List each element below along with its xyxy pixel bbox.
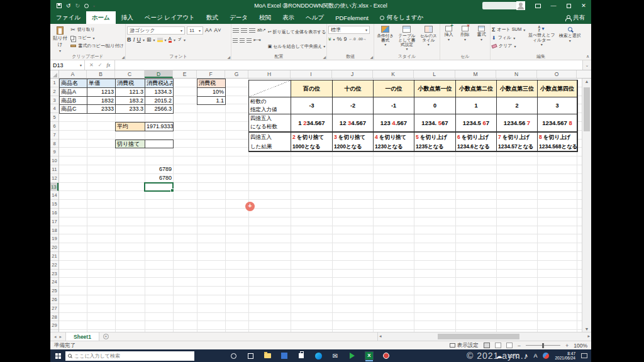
fill-color-icon[interactable] [157,38,163,42]
insert-cells-button[interactable]: 挿入▾ [441,26,456,53]
row-header-8[interactable]: 8 [50,140,58,148]
row-header-17[interactable]: 17 [50,217,58,226]
row-header-12[interactable]: 12 [50,174,58,183]
result-cell[interactable]: 7 を切り上げ1234.57となる [497,132,538,151]
row-header-24[interactable]: 24 [50,278,58,287]
row-label-input-value[interactable]: 桁数の指定入力値 [249,97,291,114]
result-cell[interactable]: 5 を切り上げ1235となる [414,132,456,151]
align-center-icon[interactable] [240,38,245,43]
digits-header-tenthousandths[interactable]: 小数点第四位 [538,80,577,97]
align-top-icon[interactable] [233,28,239,33]
cancel-formula-icon[interactable]: ✕ [89,62,94,68]
percent-style-icon[interactable]: % [336,36,341,42]
edge-icon[interactable] [314,351,323,360]
shrink-font-icon[interactable]: A˅ [214,27,221,33]
clear-button[interactable]: クリア▾ [492,42,525,50]
column-header-I[interactable]: I [291,70,332,78]
scroll-right-icon[interactable]: ▸ [587,334,590,339]
find-select-button[interactable]: 検索と選択▾ [558,26,582,53]
undo-icon[interactable]: ↺ [66,3,71,9]
screen-recorder-icon[interactable] [382,351,391,360]
column-header-K[interactable]: K [373,70,414,78]
expand-formula-bar-icon[interactable]: ⌄ [582,60,591,70]
row-header-3[interactable]: 3 [50,96,58,105]
row-header-25[interactable]: 25 [50,287,58,295]
notification-center-icon[interactable] [581,353,587,358]
underline-button[interactable]: U [137,36,142,43]
digit-cell[interactable]: 1234.5 67 [456,114,497,132]
cell-C4[interactable]: 233.3 [116,105,145,114]
cell-B4[interactable]: 2333 [87,105,116,114]
result-cell[interactable]: 8 を切り上げ1234.568となる [538,132,577,151]
zoom-level[interactable]: 100% [574,343,587,349]
page-layout-view-icon[interactable] [495,343,501,348]
account-pill[interactable] [482,2,524,9]
autosum-button[interactable]: Σオート SUM▾ [492,26,525,33]
row-header-19[interactable]: 19 [50,234,58,243]
row-header-10[interactable]: 10 [50,156,58,165]
number-format-select[interactable]: 標準▾ [328,26,370,34]
touch-mode-icon[interactable] [84,4,89,8]
row-header-1[interactable]: 1 [50,79,58,87]
color-ball-icon[interactable] [543,353,549,359]
scroll-down-icon[interactable]: ▼ [582,327,591,331]
task-view-icon[interactable] [246,351,255,360]
currency-format-icon[interactable]: ¥ [328,36,331,42]
cell-A2[interactable]: 商品A [60,88,87,97]
cell-D12[interactable]: 6780 [145,174,173,183]
photos-icon[interactable] [280,351,289,360]
close-button[interactable]: ✕ [576,0,591,11]
row-header-5[interactable]: 5 [50,113,58,122]
column-header-E[interactable]: E [173,70,197,78]
font-color-icon[interactable]: A [169,36,172,43]
row-header-15[interactable]: 15 [50,200,58,209]
borders-icon[interactable]: ⊞ [147,36,152,43]
tab-home[interactable]: ホーム [86,11,116,24]
result-cell[interactable]: 4 を切り捨て1230となる [374,132,414,151]
qat-customize-icon[interactable]: ▾ [93,4,95,8]
row-header-14[interactable]: 14 [50,191,58,200]
tab-formulas[interactable]: 数式 [201,11,224,24]
row-header-29[interactable]: 29 [50,321,58,330]
phonetic-guide-icon[interactable]: ㇷ゚ [177,36,182,43]
zoom-slider[interactable] [526,345,560,346]
font-family-select[interactable]: 游ゴシック▾ [127,26,185,35]
ribbon-display-options-icon[interactable] [535,4,541,8]
digit-cell[interactable]: 1234. 567 [414,114,456,132]
dialog-launcher-icon[interactable]: ◢ [370,55,373,59]
tab-pdfelement[interactable]: PDFelement [330,11,374,24]
digit-cell[interactable]: 12 34.567 [333,114,374,132]
media-app-icon[interactable] [348,351,357,360]
tab-data[interactable]: データ [224,11,253,24]
vertical-scroll-thumb[interactable] [584,87,590,131]
file-explorer-icon[interactable] [263,351,272,360]
cell-D6[interactable]: 1971.9333 [145,123,174,131]
column-header-C[interactable]: C [115,70,145,78]
digits-header-hundredths[interactable]: 小数点第二位 [456,80,497,97]
cell-C1[interactable]: 消費税 [116,79,145,88]
cell-F1[interactable]: 消費税 [197,79,226,88]
cell-D4[interactable]: 2566.3 [145,105,174,114]
align-right-icon[interactable] [247,38,252,43]
tab-insert[interactable]: 挿入 [116,11,139,24]
row-header-6[interactable]: 6 [50,122,58,131]
row-header-26[interactable]: 26 [50,295,58,304]
cell-A1[interactable]: 商品名 [60,79,87,88]
tab-view[interactable]: 表示 [277,11,300,24]
row-header-11[interactable]: 11 [50,165,58,174]
cell-C8[interactable]: 切り捨て [116,140,145,149]
input-value-cell[interactable]: 3 [538,97,577,114]
result-cell[interactable]: 6 を切り上げ1234.6となる [456,132,497,151]
digit-cell[interactable]: 123 4.567 [374,114,414,132]
format-as-table-button[interactable]: テーブルとして書式設定▾ [397,26,416,53]
taskbar-search[interactable] [65,351,194,361]
zoom-out-icon[interactable]: − [518,343,521,349]
row-header-16[interactable]: 16 [50,209,58,217]
cell-C2[interactable]: 121.3 [116,88,145,97]
format-cells-button[interactable]: 書式▾ [474,26,489,53]
increase-decimal-icon[interactable]: ←.0 [349,36,356,42]
scroll-up-icon[interactable]: ▲ [582,79,591,84]
digits-header-tens[interactable]: 十の位 [333,80,374,97]
format-painter-button[interactable]: 書式のコピー/貼り付け [70,42,124,50]
align-bottom-icon[interactable] [249,28,255,33]
